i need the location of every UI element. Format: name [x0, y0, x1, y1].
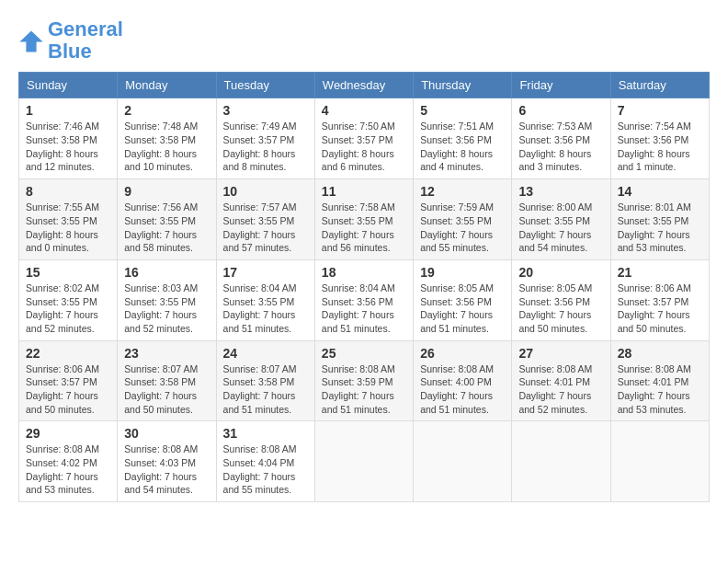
logo: GeneralBlue: [18, 18, 123, 63]
calendar-week-4: 22Sunrise: 8:06 AMSunset: 3:57 PMDayligh…: [19, 340, 710, 421]
weekday-header-sunday: Sunday: [19, 73, 118, 98]
calendar-week-5: 29Sunrise: 8:08 AMSunset: 4:02 PMDayligh…: [19, 421, 710, 502]
calendar-cell: 13Sunrise: 8:00 AMSunset: 3:55 PMDayligh…: [512, 179, 610, 260]
calendar-week-1: 1Sunrise: 7:46 AMSunset: 3:58 PMDaylight…: [19, 98, 710, 179]
day-number: 9: [124, 184, 209, 199]
calendar-cell: 6Sunrise: 7:53 AMSunset: 3:56 PMDaylight…: [512, 98, 610, 179]
day-info: Sunrise: 7:49 AMSunset: 3:57 PMDaylight:…: [223, 120, 308, 174]
day-number: 2: [124, 103, 209, 118]
calendar-cell: 25Sunrise: 8:08 AMSunset: 3:59 PMDayligh…: [314, 340, 413, 421]
calendar-week-3: 15Sunrise: 8:02 AMSunset: 3:55 PMDayligh…: [19, 259, 710, 340]
day-number: 25: [322, 346, 406, 361]
day-info: Sunrise: 8:08 AMSunset: 4:03 PMDaylight:…: [124, 442, 209, 497]
calendar-cell: 18Sunrise: 8:04 AMSunset: 3:56 PMDayligh…: [314, 259, 413, 340]
day-info: Sunrise: 8:03 AMSunset: 3:55 PMDaylight:…: [124, 282, 209, 336]
calendar-cell: 14Sunrise: 8:01 AMSunset: 3:55 PMDayligh…: [610, 179, 709, 260]
day-number: 21: [618, 265, 702, 280]
day-info: Sunrise: 7:55 AMSunset: 3:55 PMDaylight:…: [26, 201, 110, 255]
day-number: 30: [124, 426, 209, 441]
calendar-body: 1Sunrise: 7:46 AMSunset: 3:58 PMDaylight…: [19, 98, 710, 502]
calendar-cell: 30Sunrise: 8:08 AMSunset: 4:03 PMDayligh…: [118, 421, 216, 502]
day-info: Sunrise: 7:46 AMSunset: 3:58 PMDaylight:…: [26, 120, 110, 174]
day-number: 1: [26, 103, 110, 118]
day-number: 3: [223, 103, 308, 118]
calendar-cell: 11Sunrise: 7:58 AMSunset: 3:55 PMDayligh…: [314, 179, 413, 260]
day-info: Sunrise: 8:05 AMSunset: 3:56 PMDaylight:…: [518, 282, 603, 336]
calendar-cell: 23Sunrise: 8:07 AMSunset: 3:58 PMDayligh…: [118, 340, 216, 421]
weekday-header-friday: Friday: [512, 73, 610, 98]
calendar-cell: 29Sunrise: 8:08 AMSunset: 4:02 PMDayligh…: [19, 421, 118, 502]
day-number: 5: [420, 103, 505, 118]
calendar-cell: 26Sunrise: 8:08 AMSunset: 4:00 PMDayligh…: [414, 340, 512, 421]
calendar-cell: 7Sunrise: 7:54 AMSunset: 3:56 PMDaylight…: [610, 98, 709, 179]
day-info: Sunrise: 7:50 AMSunset: 3:57 PMDaylight:…: [322, 120, 406, 174]
day-number: 7: [618, 103, 702, 118]
calendar-cell: 31Sunrise: 8:08 AMSunset: 4:04 PMDayligh…: [216, 421, 314, 502]
calendar-header: SundayMondayTuesdayWednesdayThursdayFrid…: [19, 73, 710, 98]
day-info: Sunrise: 8:07 AMSunset: 3:58 PMDaylight:…: [124, 362, 209, 417]
calendar-cell: [610, 421, 709, 502]
calendar-cell: 4Sunrise: 7:50 AMSunset: 3:57 PMDaylight…: [314, 98, 413, 179]
day-info: Sunrise: 8:04 AMSunset: 3:55 PMDaylight:…: [223, 282, 308, 336]
calendar-cell: 5Sunrise: 7:51 AMSunset: 3:56 PMDaylight…: [414, 98, 512, 179]
day-info: Sunrise: 8:08 AMSunset: 4:01 PMDaylight:…: [518, 362, 603, 417]
calendar-cell: 1Sunrise: 7:46 AMSunset: 3:58 PMDaylight…: [19, 98, 118, 179]
day-info: Sunrise: 8:02 AMSunset: 3:55 PMDaylight:…: [26, 282, 110, 336]
day-number: 17: [223, 265, 308, 280]
calendar-week-2: 8Sunrise: 7:55 AMSunset: 3:55 PMDaylight…: [19, 179, 710, 260]
weekday-header-row: SundayMondayTuesdayWednesdayThursdayFrid…: [19, 73, 710, 98]
day-info: Sunrise: 7:53 AMSunset: 3:56 PMDaylight:…: [518, 120, 603, 174]
calendar-cell: 2Sunrise: 7:48 AMSunset: 3:58 PMDaylight…: [118, 98, 216, 179]
day-number: 19: [420, 265, 505, 280]
calendar-cell: 9Sunrise: 7:56 AMSunset: 3:55 PMDaylight…: [118, 179, 216, 260]
calendar-cell: 22Sunrise: 8:06 AMSunset: 3:57 PMDayligh…: [19, 340, 118, 421]
day-number: 18: [322, 265, 406, 280]
calendar-cell: 3Sunrise: 7:49 AMSunset: 3:57 PMDaylight…: [216, 98, 314, 179]
day-number: 23: [124, 346, 209, 361]
page-header: GeneralBlue: [18, 18, 710, 63]
day-info: Sunrise: 8:05 AMSunset: 3:56 PMDaylight:…: [420, 282, 505, 336]
day-number: 29: [26, 426, 110, 441]
day-info: Sunrise: 8:08 AMSunset: 4:04 PMDaylight:…: [223, 442, 308, 497]
day-number: 4: [322, 103, 406, 118]
day-number: 22: [26, 346, 110, 361]
calendar-cell: 16Sunrise: 8:03 AMSunset: 3:55 PMDayligh…: [118, 259, 216, 340]
day-number: 13: [518, 184, 603, 199]
calendar-cell: 8Sunrise: 7:55 AMSunset: 3:55 PMDaylight…: [19, 179, 118, 260]
day-info: Sunrise: 7:48 AMSunset: 3:58 PMDaylight:…: [124, 120, 209, 174]
weekday-header-thursday: Thursday: [414, 73, 512, 98]
day-number: 26: [420, 346, 505, 361]
day-info: Sunrise: 7:51 AMSunset: 3:56 PMDaylight:…: [420, 120, 505, 174]
calendar-cell: 20Sunrise: 8:05 AMSunset: 3:56 PMDayligh…: [512, 259, 610, 340]
day-info: Sunrise: 8:06 AMSunset: 3:57 PMDaylight:…: [26, 362, 110, 417]
day-number: 8: [26, 184, 110, 199]
day-info: Sunrise: 8:08 AMSunset: 3:59 PMDaylight:…: [322, 362, 406, 417]
calendar-cell: 10Sunrise: 7:57 AMSunset: 3:55 PMDayligh…: [216, 179, 314, 260]
calendar-cell: 12Sunrise: 7:59 AMSunset: 3:55 PMDayligh…: [414, 179, 512, 260]
logo-text: GeneralBlue: [48, 18, 123, 63]
weekday-header-monday: Monday: [118, 73, 216, 98]
day-number: 11: [322, 184, 406, 199]
calendar-table: SundayMondayTuesdayWednesdayThursdayFrid…: [18, 72, 710, 502]
logo-icon: [18, 28, 44, 53]
calendar-cell: 15Sunrise: 8:02 AMSunset: 3:55 PMDayligh…: [19, 259, 118, 340]
day-number: 27: [518, 346, 603, 361]
day-number: 20: [518, 265, 603, 280]
day-info: Sunrise: 8:07 AMSunset: 3:58 PMDaylight:…: [223, 362, 308, 417]
day-number: 15: [26, 265, 110, 280]
day-info: Sunrise: 8:01 AMSunset: 3:55 PMDaylight:…: [618, 201, 702, 255]
calendar-cell: 27Sunrise: 8:08 AMSunset: 4:01 PMDayligh…: [512, 340, 610, 421]
calendar-cell: 17Sunrise: 8:04 AMSunset: 3:55 PMDayligh…: [216, 259, 314, 340]
calendar-cell: 28Sunrise: 8:08 AMSunset: 4:01 PMDayligh…: [610, 340, 709, 421]
weekday-header-wednesday: Wednesday: [314, 73, 413, 98]
day-number: 14: [618, 184, 702, 199]
calendar-cell: [414, 421, 512, 502]
day-info: Sunrise: 7:58 AMSunset: 3:55 PMDaylight:…: [322, 201, 406, 255]
day-info: Sunrise: 8:04 AMSunset: 3:56 PMDaylight:…: [322, 282, 406, 336]
weekday-header-saturday: Saturday: [610, 73, 709, 98]
day-info: Sunrise: 8:08 AMSunset: 4:01 PMDaylight:…: [618, 362, 702, 417]
day-info: Sunrise: 7:59 AMSunset: 3:55 PMDaylight:…: [420, 201, 505, 255]
day-number: 10: [223, 184, 308, 199]
day-info: Sunrise: 7:56 AMSunset: 3:55 PMDaylight:…: [124, 201, 209, 255]
calendar-cell: [314, 421, 413, 502]
